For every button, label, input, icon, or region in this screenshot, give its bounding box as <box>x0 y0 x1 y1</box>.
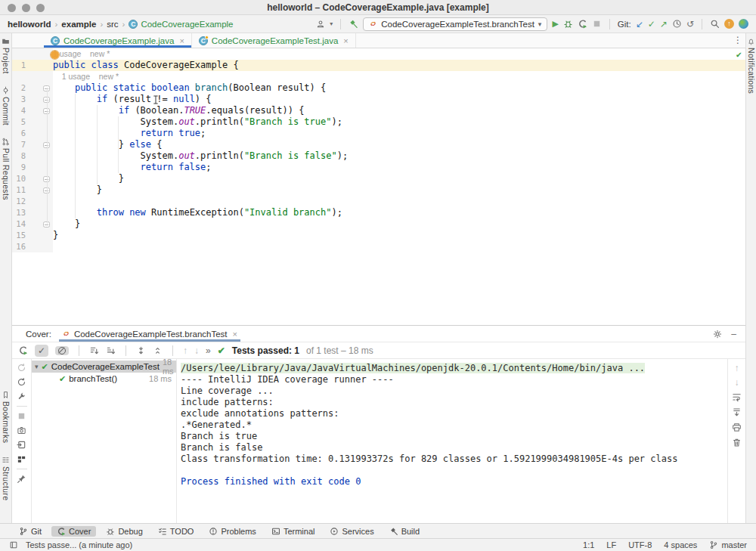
test-tree-row[interactable]: ▾✔CodeCoverageExampleTest18 ms <box>32 361 176 373</box>
code-text[interactable]: throw new RuntimeException("Invalid bran… <box>53 207 745 218</box>
expand-all-icon[interactable] <box>136 345 146 355</box>
toolwindow-button-problems[interactable]: Problems <box>203 526 261 537</box>
toolwindow-button-build[interactable]: Build <box>384 526 425 537</box>
gutter-cell[interactable]: 1 <box>12 60 53 71</box>
stripe-item-project[interactable]: Project <box>2 37 11 74</box>
status-item-1-1[interactable]: 1:1 <box>583 540 594 549</box>
status-item-utf-8[interactable]: UTF-8 <box>628 540 652 549</box>
run-with-coverage-button[interactable] <box>578 19 587 29</box>
down-stack-trace-icon[interactable]: ↓ <box>735 378 739 387</box>
gutter-cell[interactable]: 15 <box>12 230 53 241</box>
breadcrumb-item[interactable]: helloworld <box>8 20 51 29</box>
console-line[interactable]: include patterns: <box>181 397 727 408</box>
more-tabs-icon[interactable]: ⋮ <box>733 35 742 45</box>
code-text[interactable] <box>53 196 745 207</box>
breadcrumb-item[interactable]: src <box>107 20 118 29</box>
code-text[interactable]: return false; <box>53 162 745 173</box>
console-line[interactable] <box>181 465 727 476</box>
code-with-me-users-icon[interactable] <box>316 20 325 29</box>
code-text[interactable]: System.out.println("Branch is false"); <box>53 150 745 162</box>
import-test-results-icon[interactable] <box>17 440 26 450</box>
code-text[interactable]: 1 usage new * <box>53 48 745 60</box>
code-text[interactable]: } <box>53 218 745 230</box>
code-text[interactable]: } <box>53 230 745 241</box>
cover-tab[interactable]: CodeCoverageExampleTest.branchTest × <box>59 326 240 342</box>
console-line[interactable]: ---- IntelliJ IDEA coverage runner ---- <box>181 374 727 385</box>
toolwindow-button-git[interactable]: Git <box>14 526 47 537</box>
soft-wrap-icon[interactable] <box>732 392 742 402</box>
toolwindow-button-services[interactable]: Services <box>324 526 379 537</box>
console-line[interactable]: Class transformation time: 0.131993372s … <box>181 453 727 465</box>
stripe-item-bookmarks[interactable]: Bookmarks <box>2 391 11 443</box>
editor-tab[interactable]: CCodeCoverageExample.java× <box>44 33 192 48</box>
scroll-to-end-icon[interactable] <box>732 407 742 417</box>
stripe-item-commit[interactable]: Commit <box>2 86 11 125</box>
print-icon[interactable] <box>732 423 742 432</box>
minimize-window-button[interactable] <box>22 4 30 12</box>
toolwindow-button-cover[interactable]: Cover <box>51 526 96 537</box>
build-hammer-icon[interactable] <box>349 19 358 29</box>
console-line[interactable]: Line coverage ... <box>181 385 727 397</box>
gutter-cell[interactable] <box>12 71 53 82</box>
status-message[interactable]: Tests passe... (a minute ago) <box>26 540 132 549</box>
console-line[interactable]: Process finished with exit code 0 <box>181 476 727 488</box>
stripe-item-notifications[interactable]: Notifications <box>747 37 756 94</box>
git-update-icon[interactable]: ↙ <box>636 20 643 29</box>
search-everywhere-icon[interactable] <box>710 19 720 29</box>
console-output[interactable]: /Users/lee/Library/Java/JavaVirtualMachi… <box>177 359 727 523</box>
close-icon[interactable]: × <box>343 36 348 45</box>
stripe-item-structure[interactable]: Structure <box>2 456 11 500</box>
gutter-cell[interactable]: 16 <box>12 241 53 252</box>
previous-occurrence-icon[interactable]: ↑ <box>183 346 187 355</box>
close-window-button[interactable] <box>8 4 16 12</box>
rerun-failed-tests-icon[interactable] <box>17 363 26 373</box>
up-stack-trace-icon[interactable]: ↑ <box>735 364 739 373</box>
test-tree-row[interactable]: ✔branchTest()18 ms <box>32 373 176 385</box>
toolwindow-button-debug[interactable]: Debug <box>101 526 147 537</box>
console-line[interactable]: Branch is true <box>181 431 727 442</box>
chevron-down-icon[interactable]: ▾ <box>35 363 39 370</box>
toolwindow-button-todo[interactable]: TODO <box>153 526 200 537</box>
chevron-down-icon[interactable]: ▾ <box>330 21 333 27</box>
console-line[interactable]: /Users/lee/Library/Java/JavaVirtualMachi… <box>181 363 727 374</box>
status-item-lf[interactable]: LF <box>606 540 616 549</box>
status-item-4-spaces[interactable]: 4 spaces <box>664 540 697 549</box>
hide-panel-icon[interactable]: – <box>731 329 736 339</box>
snapshot-camera-icon[interactable] <box>17 426 26 435</box>
close-icon[interactable]: × <box>233 330 237 339</box>
breadcrumb-item[interactable]: example <box>61 20 96 29</box>
stop-icon[interactable] <box>17 411 26 421</box>
close-icon[interactable]: × <box>179 36 184 45</box>
globe-icon[interactable] <box>739 19 748 29</box>
wrench-icon[interactable] <box>17 392 26 401</box>
console-line[interactable]: Branch is false <box>181 442 727 453</box>
rerun-icon[interactable] <box>17 377 26 387</box>
clear-console-icon[interactable] <box>732 438 742 447</box>
code-text[interactable] <box>53 241 745 252</box>
gutter-cell[interactable] <box>12 48 53 60</box>
rollback-icon[interactable]: ↺ <box>686 20 694 29</box>
code-text[interactable]: 1 usage new * <box>53 71 745 82</box>
console-line[interactable]: .*Generated.* <box>181 419 727 431</box>
code-text[interactable]: public class CodeCoverageExample { <box>53 60 745 71</box>
show-passed-toggle[interactable]: ✓ <box>35 345 48 357</box>
next-occurrence-icon[interactable]: ↓ <box>194 346 199 355</box>
inspections-ok-icon[interactable]: ✔ <box>736 49 742 60</box>
toolwindow-button-terminal[interactable]: Terminal <box>266 526 321 537</box>
update-available-icon[interactable]: ↑ <box>724 19 734 29</box>
stripe-item-pull-requests[interactable]: Pull Requests <box>2 138 11 200</box>
zoom-window-button[interactable] <box>36 4 45 12</box>
code-text[interactable]: } <box>53 184 745 196</box>
pin-icon[interactable] <box>17 474 26 484</box>
editor-tab[interactable]: CCodeCoverageExampleTest.java× <box>192 33 356 48</box>
code-text[interactable]: public static boolean branch(Boolean res… <box>53 82 745 94</box>
code-text[interactable]: if (Boolean.TRUE.equals(result)) { <box>53 105 745 116</box>
usage-hint[interactable]: 1 usage new * <box>53 49 110 58</box>
show-ignored-toggle[interactable] <box>55 346 69 355</box>
toolwindow-toggle-icon[interactable] <box>9 540 18 549</box>
run-configuration-select[interactable]: CodeCoverageExampleTest.branchTest ▾ <box>363 17 547 31</box>
more-actions-icon[interactable]: » <box>206 346 211 355</box>
sort-by-duration-icon[interactable] <box>106 345 116 355</box>
git-push-icon[interactable]: ↗ <box>660 20 668 29</box>
debug-button[interactable] <box>563 19 573 29</box>
